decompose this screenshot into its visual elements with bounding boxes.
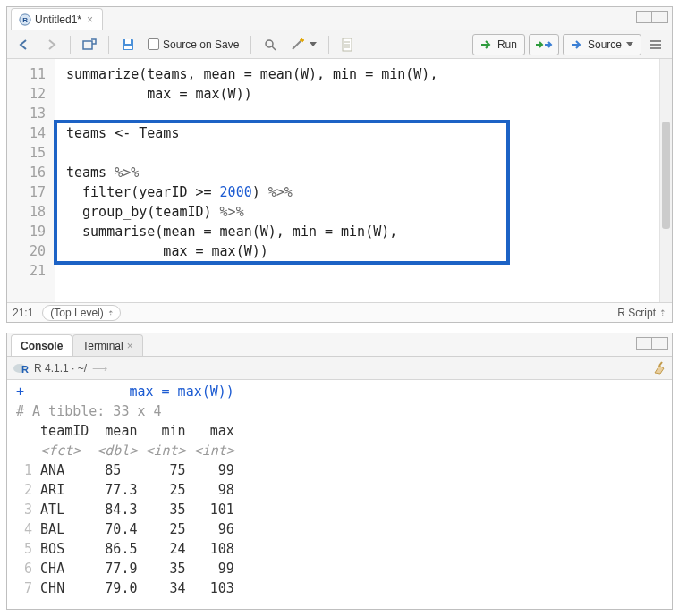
line-number: 14 <box>7 123 55 143</box>
console-session-info: R 4.1.1 · ~/ <box>34 362 87 375</box>
console-line: 7 CHN 79.0 34 103 <box>16 578 663 598</box>
line-number-gutter: 1112131415161718192021 <box>7 59 55 302</box>
line-number: 20 <box>7 241 55 261</box>
toolbar-separator <box>328 36 329 54</box>
scrollbar-thumb[interactable] <box>662 122 670 229</box>
checkbox-icon <box>148 38 159 50</box>
editor-body[interactable]: 1112131415161718192021 summarize(teams, … <box>7 59 672 302</box>
svg-text:R: R <box>22 15 28 23</box>
code-line[interactable] <box>66 143 659 163</box>
run-label: Run <box>497 38 517 51</box>
source-label: Source <box>588 38 622 51</box>
report-button[interactable] <box>336 34 358 55</box>
minimize-pane-button[interactable] <box>636 11 652 23</box>
minimize-pane-button[interactable] <box>636 337 652 350</box>
line-number: 15 <box>7 143 55 163</box>
line-number: 16 <box>7 163 55 182</box>
source-on-save-toggle[interactable]: Source on Save <box>143 34 243 55</box>
popout-button[interactable] <box>78 34 101 55</box>
chevron-down-icon <box>626 42 633 46</box>
updown-icon: ⇡ <box>107 309 115 318</box>
run-arrow-icon <box>480 39 493 50</box>
close-icon[interactable]: × <box>127 340 133 352</box>
editor-statusbar: 21:1 (Top Level) ⇡ R Script ⇡ <box>7 302 672 322</box>
console-tabbar: Console Terminal × <box>7 333 672 357</box>
tab-console[interactable]: Console <box>11 334 72 356</box>
console-toolbar: R R 4.1.1 · ~/ ⟶ <box>7 357 672 380</box>
line-number: 13 <box>7 104 55 123</box>
code-line[interactable]: max = max(W)) <box>66 84 659 104</box>
svg-text:R: R <box>21 364 29 375</box>
tab-console-label: Console <box>21 340 63 352</box>
editor-toolbar: Source on Save Run Source <box>7 30 672 59</box>
code-area[interactable]: summarize(teams, mean = mean(W), min = m… <box>55 59 659 302</box>
code-line[interactable]: group_by(teamID) %>% <box>66 202 659 222</box>
console-line: 4 BAL 70.4 25 96 <box>16 519 663 539</box>
editor-pane: R Untitled1* × Source on Save Run <box>6 6 673 323</box>
tab-terminal[interactable]: Terminal × <box>72 334 142 356</box>
run-button[interactable]: Run <box>472 34 525 55</box>
rerun-button[interactable] <box>529 34 559 55</box>
svg-point-6 <box>266 40 273 47</box>
editor-tab-untitled1[interactable]: R Untitled1* × <box>11 8 103 30</box>
code-line[interactable]: summarize(teams, mean = mean(W), min = m… <box>66 64 659 84</box>
toolbar-separator <box>250 36 251 54</box>
pane-window-controls <box>636 11 668 23</box>
toolbar-separator <box>70 36 71 54</box>
svg-line-8 <box>293 41 301 49</box>
find-button[interactable] <box>259 34 282 55</box>
cursor-position: 21:1 <box>13 307 33 319</box>
svg-line-7 <box>272 46 276 50</box>
scope-label: (Top Level) <box>50 307 103 319</box>
console-output[interactable]: + max = max(W))# A tibble: 33 x 4 teamID… <box>7 380 672 609</box>
console-line: 5 BOS 86.5 24 108 <box>16 539 663 559</box>
forward-button[interactable] <box>39 34 63 55</box>
maximize-pane-button[interactable] <box>652 337 668 350</box>
language-mode[interactable]: R Script <box>617 307 656 319</box>
code-line[interactable]: max = max(W)) <box>66 241 659 261</box>
code-line[interactable] <box>66 104 659 123</box>
tab-terminal-label: Terminal <box>82 340 123 352</box>
svg-line-18 <box>659 362 662 366</box>
console-line: teamID mean min max <box>16 421 663 441</box>
updown-icon: ⇡ <box>659 308 666 317</box>
back-button[interactable] <box>13 34 36 55</box>
svg-rect-2 <box>83 41 92 49</box>
source-button[interactable]: Source <box>563 34 641 55</box>
code-line[interactable]: teams <- Teams <box>66 123 659 143</box>
console-line: # A tibble: 33 x 4 <box>16 401 663 421</box>
line-number: 17 <box>7 182 55 202</box>
console-line: 1 ANA 85 75 99 <box>16 460 663 480</box>
maximize-pane-button[interactable] <box>652 11 668 23</box>
console-line: + max = max(W)) <box>16 382 663 401</box>
r-logo-icon: R <box>13 361 29 376</box>
line-number: 18 <box>7 202 55 222</box>
pane-window-controls <box>636 337 668 350</box>
toolbar-separator <box>108 36 109 54</box>
line-number: 19 <box>7 222 55 241</box>
code-line[interactable]: teams %>% <box>66 163 659 182</box>
editor-tabbar: R Untitled1* × <box>7 7 672 30</box>
rerun-icon <box>535 39 553 50</box>
console-line: 2 ARI 77.3 25 98 <box>16 480 663 500</box>
wand-button[interactable] <box>285 34 321 55</box>
console-cursor-icon: ⟶ <box>92 362 107 375</box>
code-line[interactable] <box>66 261 659 281</box>
outline-button[interactable] <box>645 34 666 55</box>
save-button[interactable] <box>116 34 140 55</box>
line-number: 11 <box>7 64 55 84</box>
svg-rect-4 <box>125 39 131 44</box>
svg-rect-5 <box>124 46 132 49</box>
source-on-save-label: Source on Save <box>163 38 239 51</box>
console-line: 3 ATL 84.3 35 101 <box>16 500 663 519</box>
source-arrow-icon <box>571 39 583 50</box>
code-line[interactable]: filter(yearID >= 2000) %>% <box>66 182 659 202</box>
code-line[interactable]: summarise(mean = mean(W), min = min(W), <box>66 222 659 241</box>
close-icon[interactable]: × <box>85 13 95 26</box>
chevron-down-icon <box>310 42 317 46</box>
vertical-scrollbar[interactable] <box>659 59 672 302</box>
clear-console-button[interactable] <box>652 361 666 376</box>
scope-selector[interactable]: (Top Level) ⇡ <box>42 305 120 321</box>
tab-title: Untitled1* <box>35 13 81 26</box>
console-line: <fct> <dbl> <int> <int> <box>16 441 663 460</box>
